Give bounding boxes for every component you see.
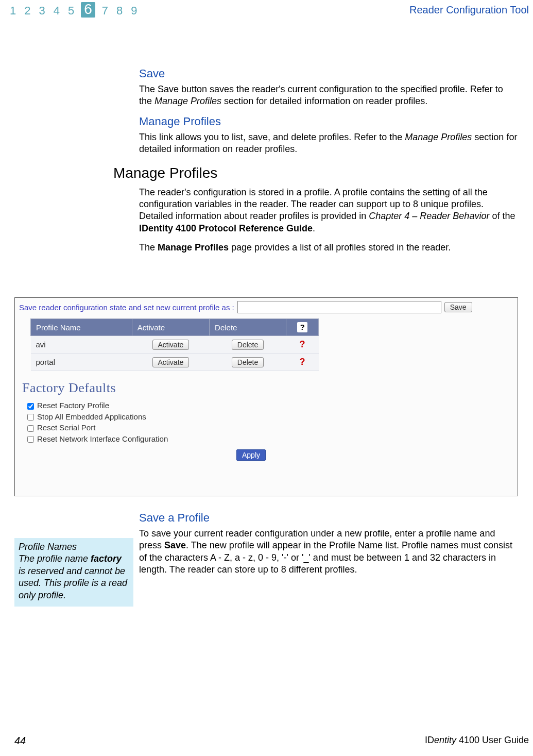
help-icon[interactable]: ? [297, 322, 307, 332]
profile-name-cell: avi [31, 336, 132, 354]
para-save: The Save button saves the reader's curre… [139, 83, 518, 108]
text-bold: Manage Profiles [158, 242, 229, 253]
check-label: Reset Serial Port [37, 423, 95, 432]
apply-button[interactable]: Apply [236, 449, 266, 461]
delete-button[interactable]: Delete [232, 340, 264, 350]
text: The [139, 242, 158, 253]
text: section for detailed information on read… [221, 96, 427, 106]
header-title: Reader Configuration Tool [409, 2, 529, 16]
chapter-5: 5 [66, 4, 76, 18]
text-italic: Manage Profiles [405, 132, 472, 142]
check-reset-serial[interactable]: Reset Serial Port [25, 423, 518, 433]
text-italic: Manage Profiles [154, 96, 221, 106]
col-help: ? [286, 319, 319, 336]
page-header: 1 2 3 4 5 6 7 8 9 Reader Configuration T… [0, 0, 533, 18]
checkbox[interactable] [27, 414, 34, 421]
text: . [313, 223, 315, 233]
sidebar-title: Profile Names [19, 541, 129, 553]
profile-name-cell: portal [31, 354, 132, 371]
chapter-6-current: 6 [81, 2, 95, 18]
save-config-label: Save reader configuration state and set … [19, 303, 234, 312]
text: of the [489, 211, 515, 221]
page-footer: 44 IDentity 4100 User Guide [14, 735, 529, 747]
para-manage-profiles-link: This link allows you to list, save, and … [139, 131, 518, 156]
check-reset-network[interactable]: Reset Network Interface Configuration [25, 434, 518, 445]
text: . The new profile will appear in the Pro… [139, 540, 512, 575]
text: page provides a list of all profiles sto… [229, 242, 451, 253]
text-bold: Save [164, 540, 186, 550]
text-bold: factory [91, 553, 122, 564]
profiles-table: Profile Name Activate Delete ? avi Activ… [30, 318, 319, 371]
checkbox[interactable] [27, 436, 34, 443]
text: is reserved and cannot be used. This pro… [19, 566, 127, 600]
col-activate: Activate [132, 319, 209, 336]
heading-manage-profiles: Manage Profiles [113, 165, 518, 181]
chapter-nav: 1 2 3 4 5 6 7 8 9 [8, 2, 139, 18]
text: ID [425, 735, 434, 745]
text-italic: entity [434, 735, 456, 745]
text: The profile name [19, 553, 91, 564]
checkbox[interactable] [27, 403, 34, 410]
save-button[interactable]: Save [444, 302, 472, 312]
chapter-8: 8 [115, 4, 124, 18]
check-stop-apps[interactable]: Stop All Embedded Applications [25, 412, 518, 423]
heading-save: Save [139, 67, 518, 80]
guide-name: IDentity 4100 User Guide [425, 735, 529, 747]
chapter-4: 4 [52, 4, 61, 18]
para-mp-1: The reader's configuration is stored in … [139, 187, 518, 235]
help-icon[interactable]: ? [300, 339, 305, 349]
para-mp-2: The Manage Profiles page provides a list… [139, 242, 518, 254]
table-row: portal Activate Delete ? [31, 354, 319, 371]
activate-button[interactable]: Activate [152, 357, 190, 367]
activate-button[interactable]: Activate [152, 340, 190, 350]
text-bold: IDentity 4100 Protocol Reference Guide [139, 223, 313, 233]
col-profile-name: Profile Name [31, 319, 132, 336]
heading-save-profile: Save a Profile [139, 511, 518, 525]
profile-name-input[interactable] [237, 301, 441, 313]
chapter-3: 3 [38, 4, 47, 18]
chapter-9: 9 [129, 4, 139, 18]
manage-profiles-ui: Save reader configuration state and set … [14, 297, 518, 496]
table-row: avi Activate Delete ? [31, 336, 319, 354]
sidebar-body: The profile name factory is reserved and… [19, 553, 129, 601]
chapter-7: 7 [100, 4, 110, 18]
check-reset-factory[interactable]: Reset Factory Profile [25, 401, 518, 411]
checkbox[interactable] [27, 425, 34, 432]
text: This link allows you to list, save, and … [139, 132, 405, 142]
para-save-profile: To save your current reader configuratio… [139, 528, 518, 576]
col-delete: Delete [210, 319, 286, 336]
page-number: 44 [14, 735, 26, 747]
check-label: Reset Factory Profile [37, 401, 109, 410]
delete-button[interactable]: Delete [232, 357, 264, 367]
text-italic: Chapter 4 – Reader Behavior [369, 211, 489, 221]
factory-defaults-heading: Factory Defaults [22, 380, 518, 396]
sidebar-note: Profile Names The profile name factory i… [14, 538, 133, 607]
help-icon[interactable]: ? [300, 357, 305, 367]
chapter-1: 1 [8, 4, 18, 18]
text: 4100 User Guide [456, 735, 529, 745]
check-label: Reset Network Interface Configuration [37, 434, 168, 443]
chapter-2: 2 [23, 4, 32, 18]
heading-manage-profiles-link: Manage Profiles [139, 115, 518, 128]
check-label: Stop All Embedded Applications [37, 412, 146, 421]
